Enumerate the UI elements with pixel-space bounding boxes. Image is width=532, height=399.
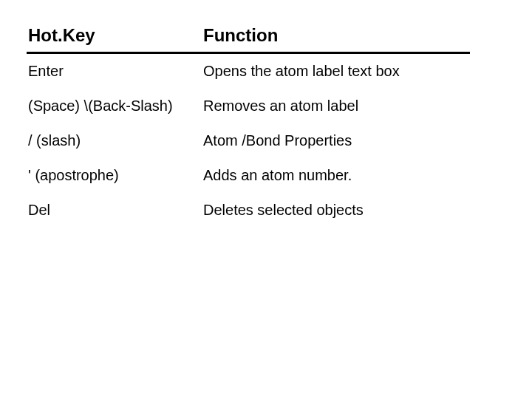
table-header-row: Hot.Key Function [27, 21, 470, 53]
cell-hotkey: (Space) \(Back-Slash) [27, 89, 202, 123]
page: Hot.Key Function Enter Opens the atom la… [0, 0, 532, 248]
header-hotkey: Hot.Key [27, 21, 202, 53]
cell-hotkey: Del [27, 193, 202, 228]
table-row: Del Deletes selected objects [27, 193, 470, 228]
cell-hotkey: ' (apostrophe) [27, 158, 202, 193]
header-function: Function [202, 21, 470, 53]
cell-function: Removes an atom label [202, 89, 470, 123]
cell-function: Deletes selected objects [202, 193, 470, 228]
cell-hotkey: Enter [27, 53, 202, 89]
cell-hotkey: / (slash) [27, 123, 202, 158]
table-row: (Space) \(Back-Slash) Removes an atom la… [27, 89, 470, 123]
table-row: Enter Opens the atom label text box [27, 53, 470, 89]
hotkey-table: Hot.Key Function Enter Opens the atom la… [27, 21, 470, 228]
cell-function: Opens the atom label text box [202, 53, 470, 89]
table-row: ' (apostrophe) Adds an atom number. [27, 158, 470, 193]
cell-function: Atom /Bond Properties [202, 123, 470, 158]
table-row: / (slash) Atom /Bond Properties [27, 123, 470, 158]
cell-function: Adds an atom number. [202, 158, 470, 193]
